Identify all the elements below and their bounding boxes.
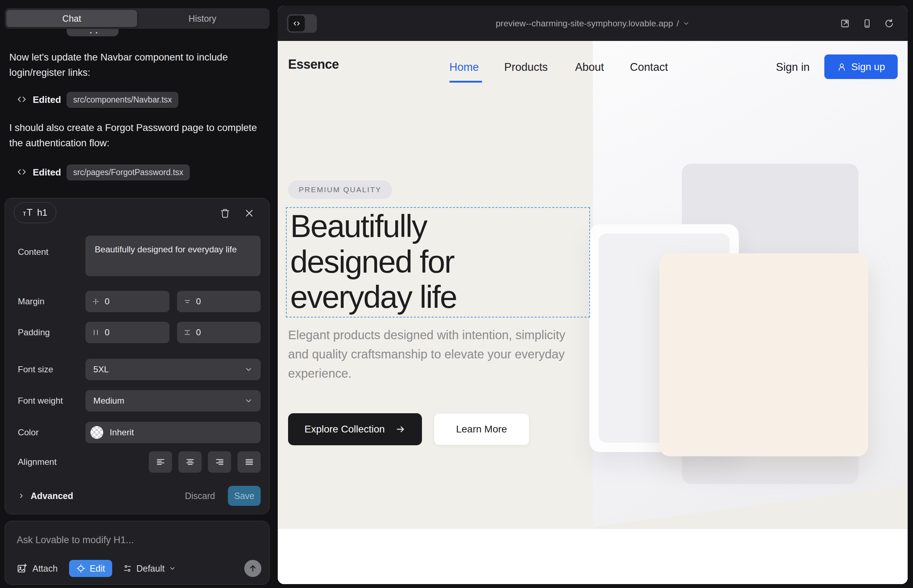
hero-section: Essence Home Products About Contact Sign… (278, 41, 908, 529)
edited-label: Edited (33, 167, 61, 178)
nav-link-home[interactable]: Home (449, 61, 479, 74)
content-input[interactable]: Beautifully designed for everyday life (86, 236, 261, 276)
advanced-row: Advanced Discard Save (18, 485, 261, 507)
margin-horizontal-icon (92, 297, 100, 305)
edited-file-row[interactable]: Edited src/components/Navbar.tsx (16, 92, 178, 108)
font-weight-row: Font weight Medium (18, 390, 261, 412)
sign-up-button[interactable]: Sign up (824, 55, 898, 79)
arrow-up-icon (248, 564, 257, 573)
discard-button[interactable]: Discard (185, 491, 228, 501)
margin-row: Margin 0 0 (18, 291, 261, 312)
explore-collection-button[interactable]: Explore Collection (288, 413, 422, 445)
tab-history[interactable]: History (137, 10, 268, 27)
delete-element-button[interactable] (218, 206, 232, 220)
preview-page: Essence Home Products About Contact Sign… (278, 41, 908, 584)
learn-more-button[interactable]: Learn More (434, 413, 529, 445)
font-weight-select[interactable]: Medium (86, 390, 261, 412)
nav-link-about[interactable]: About (575, 61, 604, 74)
align-right-button[interactable] (208, 451, 231, 473)
mobile-view-button[interactable] (862, 18, 872, 29)
align-left-button[interactable] (149, 451, 172, 473)
padding-y-input[interactable]: 0 (177, 322, 261, 343)
site-logo[interactable]: Essence (288, 57, 339, 72)
lovable-app: Chat History Now let's update the Navbar… (0, 0, 913, 588)
url-host: preview--charming-site-symphony.lovable.… (496, 18, 673, 29)
close-editor-button[interactable] (242, 206, 256, 220)
model-default-select[interactable]: Default (123, 564, 176, 574)
image-plus-icon (17, 563, 28, 574)
align-center-icon (185, 457, 195, 467)
alignment-row: Alignment (18, 451, 261, 473)
chevron-down-icon (244, 365, 253, 374)
hero-description: Elegant products designed with intention… (288, 326, 569, 383)
tab-chat[interactable]: Chat (6, 10, 137, 27)
chevron-down-icon (169, 565, 176, 572)
edit-mode-button[interactable]: Edit (69, 560, 112, 577)
code-icon (288, 16, 305, 31)
align-center-button[interactable] (178, 451, 202, 473)
padding-horizontal-icon (92, 328, 100, 336)
chrome-actions (840, 6, 894, 41)
composer-placeholder[interactable]: Ask Lovable to modify H1... (17, 535, 134, 546)
margin-x-input[interactable]: 0 (86, 291, 170, 312)
url-separator: / (677, 18, 679, 29)
attach-button[interactable]: Attach (17, 563, 58, 574)
color-label: Color (18, 428, 86, 438)
chat-sidebar: Chat History Now let's update the Navbar… (0, 0, 277, 588)
align-left-icon (155, 457, 165, 467)
nav-link-contact[interactable]: Contact (630, 61, 668, 74)
alignment-label: Alignment (18, 457, 86, 467)
chevron-down-icon (683, 20, 690, 27)
color-swatch (91, 426, 103, 439)
arrow-right-icon (396, 424, 406, 434)
nav-link-products[interactable]: Products (504, 61, 548, 74)
hero-card-front (659, 254, 868, 456)
composer-toolbar: Attach Edit Default (17, 559, 261, 577)
file-chip[interactable]: src/components/Navbar.tsx (66, 92, 178, 108)
refresh-icon (884, 18, 894, 29)
font-size-select[interactable]: 5XL (86, 359, 261, 380)
margin-y-input[interactable]: 0 (177, 291, 261, 312)
padding-x-input[interactable]: 0 (86, 322, 170, 343)
smartphone-icon (862, 18, 872, 29)
advanced-toggle[interactable]: Advanced (18, 491, 73, 501)
sign-in-link[interactable]: Sign in (776, 61, 810, 74)
element-tag: h1 (37, 207, 47, 218)
align-right-icon (215, 457, 225, 467)
save-button[interactable]: Save (228, 486, 261, 506)
external-link-icon (840, 18, 850, 29)
margin-label: Margin (18, 297, 86, 307)
chat-message: I should also create a Forgot Password p… (9, 120, 262, 150)
refresh-button[interactable] (884, 18, 894, 29)
padding-row: Padding 0 0 (18, 322, 261, 343)
chevron-down-icon (244, 396, 253, 405)
code-preview-toggle[interactable] (287, 14, 317, 33)
align-justify-button[interactable] (238, 451, 261, 473)
chat-composer[interactable]: Ask Lovable to modify H1... Attach Edit … (5, 521, 270, 585)
font-size-label: Font size (18, 365, 86, 375)
margin-vertical-icon (183, 297, 191, 305)
file-chip[interactable]: src/pages/ForgotPassword.tsx (66, 165, 189, 181)
url-bar[interactable]: preview--charming-site-symphony.lovable.… (278, 6, 908, 41)
padding-vertical-icon (183, 328, 191, 336)
hero-cta-row: Explore Collection Learn More (288, 413, 529, 445)
align-justify-icon (244, 457, 254, 467)
premium-quality-badge: PREMIUM QUALITY (288, 181, 392, 199)
element-selection-outline[interactable]: Beautifully designed for everyday life (286, 207, 590, 318)
edited-file-row[interactable]: Edited src/pages/ForgotPassword.tsx (16, 165, 190, 181)
padding-label: Padding (18, 328, 86, 338)
site-navbar: Essence Home Products About Contact Sign… (278, 41, 908, 91)
font-weight-label: Font weight (18, 396, 86, 406)
preview-window: preview--charming-site-symphony.lovable.… (278, 6, 908, 584)
content-label: Content (18, 236, 86, 276)
type-icon: тT (23, 207, 33, 218)
sliders-icon (123, 564, 132, 573)
chat-message: Now let's update the Navbar component to… (9, 50, 262, 80)
hero-headline[interactable]: Beautifully designed for everyday life (290, 208, 456, 315)
open-external-button[interactable] (840, 18, 850, 29)
color-select[interactable]: Inherit (86, 422, 261, 443)
send-button[interactable] (244, 560, 261, 577)
selected-element-badge[interactable]: тT h1 (14, 202, 56, 223)
sidebar-tabbar: Chat History (5, 8, 270, 29)
chevron-right-icon (18, 492, 25, 499)
